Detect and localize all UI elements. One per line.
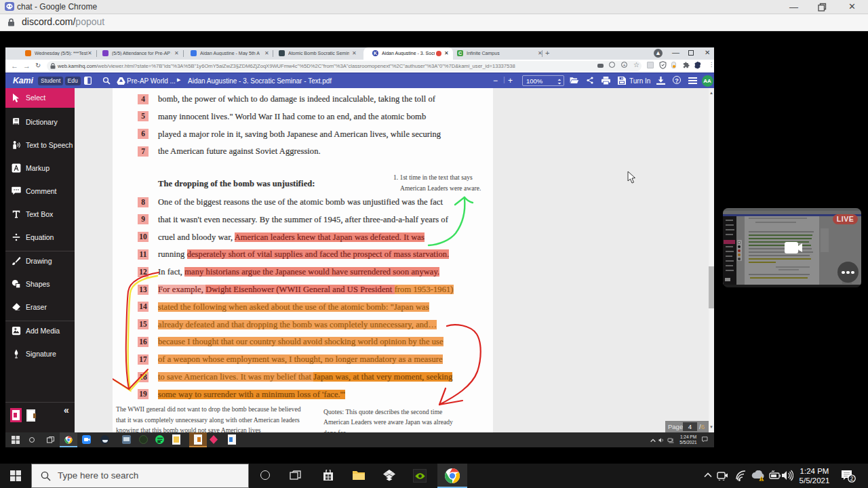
svg-text:2: 2: [850, 475, 854, 482]
